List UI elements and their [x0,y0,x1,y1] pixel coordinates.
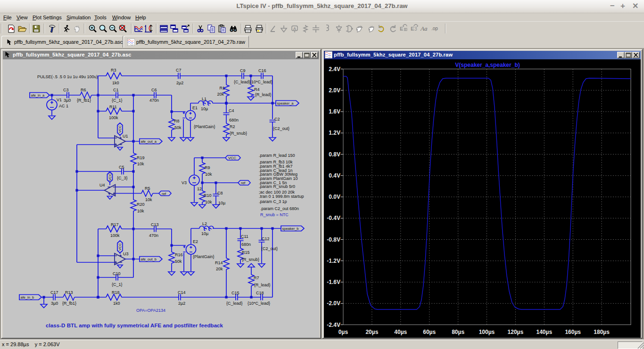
svg-text:2µ2: 2µ2 [178,301,185,306]
svg-text:{R_lead}: {R_lead} [254,283,271,287]
svg-text:1.6V: 1.6V [329,108,340,115]
svg-text:C14: C14 [178,290,186,295]
svg-text:C8: C8 [217,191,223,195]
svg-text:60µs: 60µs [423,329,436,335]
svg-text:10k: 10k [137,209,144,213]
svg-text:3µ0: 3µ0 [64,98,71,103]
svg-text:R4: R4 [254,87,260,92]
svg-text:{R_fb1}: {R_fb1} [62,301,76,306]
svg-text:100k: 100k [109,115,118,120]
svg-text:V(speaker_a,speaker_b): V(speaker_a,speaker_b) [455,62,520,68]
svg-text:{C_1}: {C_1} [112,98,123,103]
svg-text:.param R_lead 150: .param R_lead 150 [259,153,295,158]
svg-text:R19: R19 [137,155,145,160]
svg-text:20µs: 20µs [365,329,378,335]
svg-text:10µ: 10µ [201,106,208,111]
svg-text:0.0V: 0.0V [329,194,340,200]
svg-text:.op: .op [431,26,438,31]
svg-text:OPA=OPA2134: OPA=OPA2134 [136,308,165,313]
svg-text:.param C2_out 680n: .param C2_out 680n [260,206,299,211]
svg-text:1.2V: 1.2V [329,130,340,136]
svg-text:{C2_out}: {C2_out} [273,126,289,131]
svg-text:160µs: 160µs [565,329,581,335]
svg-text:A: A [293,26,297,31]
svg-text:C9: C9 [240,68,246,73]
svg-text:VCC: VCC [118,243,122,251]
svg-text:{C2_out}: {C2_out} [261,246,278,251]
svg-text:3µ0: 3µ0 [51,301,58,306]
svg-text:-1.2V: -1.2V [327,258,340,264]
svg-text:speaker_b: speaker_b [282,227,299,231]
svg-text:E: E [400,26,403,32]
svg-text:0µs: 0µs [339,329,348,335]
svg-text:R13: R13 [65,290,73,295]
svg-text:{R_lead}: {R_lead} [255,92,272,97]
svg-text:Aa: Aa [420,25,428,32]
svg-text:C10: C10 [113,271,121,276]
svg-text:.tran 0 1 999.8m startup: .tran 0 1 999.8m startup [259,194,304,199]
svg-text:afe_in_b: afe_in_b [21,295,34,300]
svg-text:E2: E2 [193,239,198,244]
svg-text:{10*C_lead}: {10*C_lead} [248,301,270,306]
svg-text:AC 1: AC 1 [59,104,68,108]
svg-text:{C_lead}: {C_lead} [226,301,243,306]
svg-text:L1: L1 [202,97,206,101]
svg-text:VCC: VCC [118,125,122,133]
svg-text:120µs: 120µs [508,329,524,335]
svg-text:680n: 680n [241,242,251,247]
svg-text:10k: 10k [205,200,212,204]
svg-text:50k: 50k [175,259,182,264]
svg-text:20k: 20k [217,92,224,97]
svg-text:{10*C_lead}: {10*C_lead} [250,80,272,84]
svg-text:.param R_snub 5r0: .param R_snub 5r0 [259,184,295,189]
svg-text:3: 3 [414,26,417,32]
svg-text:speaker_a: speaker_a [277,101,294,106]
svg-text:10k: 10k [205,172,212,177]
svg-text:C1: C1 [113,88,119,92]
svg-text:C13: C13 [151,222,159,227]
svg-text:C3: C3 [63,88,69,92]
svg-text:0.8V: 0.8V [329,151,340,158]
svg-text:.param C_3 1p: .param C_3 1p [259,199,287,204]
svg-text:R15: R15 [242,250,250,255]
svg-text:{R_fb1}: {R_fb1} [77,98,91,103]
svg-text:C7: C7 [176,68,182,73]
svg-text:{R_snub}: {R_snub} [230,131,247,136]
svg-text:afe_in_a: afe_in_a [31,93,45,97]
svg-text:{PlantGain}: {PlantGain} [194,124,215,129]
svg-text:L2: L2 [202,221,207,226]
svg-text:R10: R10 [204,193,212,198]
svg-text:680n: 680n [229,118,239,122]
svg-text:E1: E1 [192,106,198,110]
svg-text:R8: R8 [174,119,180,123]
svg-text:C4: C4 [229,108,234,113]
svg-text:U3: U3 [123,252,129,256]
svg-text:140µs: 140µs [536,329,552,335]
svg-text:{PlantGain}: {PlantGain} [193,254,215,259]
svg-text:PULSE(-.5 .5 0 1u 1u 49u 100u): PULSE(-.5 .5 0 1u 1u 49u 100u) [37,74,98,79]
svg-text:-0.4V: -0.4V [327,215,340,221]
svg-text:C15: C15 [231,291,239,295]
svg-text:R6: R6 [81,88,86,92]
svg-text:R16: R16 [175,252,183,257]
svg-text:-1.6V: -1.6V [327,279,340,285]
svg-text:R_snub = NTC: R_snub = NTC [260,212,289,217]
svg-text:10k: 10k [137,162,144,166]
svg-text:V3: V3 [182,180,187,185]
svg-text:{C_1}: {C_1} [112,282,123,287]
svg-text:VCC: VCC [228,156,236,160]
svg-text:100µs: 100µs [479,329,495,335]
svg-text:R1: R1 [219,86,225,90]
svg-text:0.4V: 0.4V [329,172,340,179]
svg-text:{C_lead}: {C_lead} [234,80,250,84]
svg-text:10k: 10k [145,197,152,202]
svg-text:{C_3}: {C_3} [117,176,128,180]
svg-text:{R_snub}: {R_snub} [242,257,259,262]
svg-text:20k: 20k [216,267,223,271]
svg-text:ref: ref [162,192,166,196]
svg-text:U4: U4 [99,183,105,187]
svg-text:U1: U1 [123,134,128,138]
svg-text:470n: 470n [149,98,159,103]
svg-text:-2.4V: -2.4V [327,322,340,328]
svg-text:10µ: 10µ [218,201,225,205]
